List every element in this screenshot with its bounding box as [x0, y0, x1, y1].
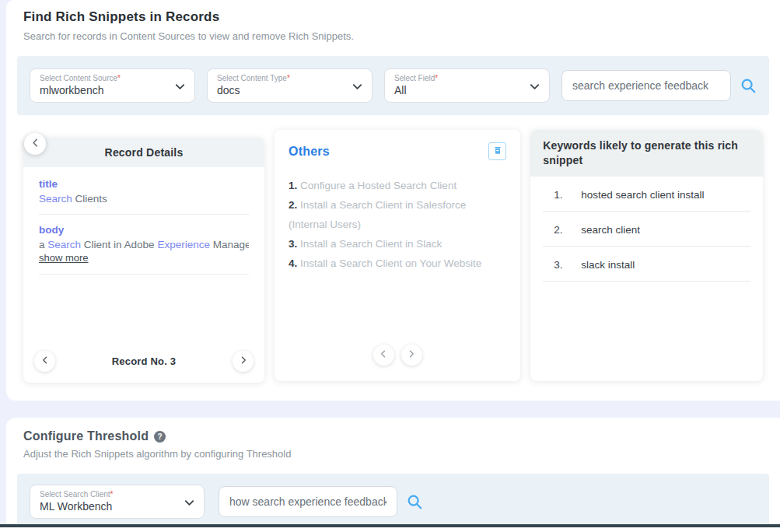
- content-source-select[interactable]: Select Content Source* mlworkbench: [30, 68, 195, 103]
- record-details-body: title Search Clients body a Search Clien…: [23, 167, 264, 351]
- footer-spacer: [0, 527, 780, 532]
- keyword-row: 2.search client: [543, 212, 750, 247]
- others-pagination: [289, 345, 506, 370]
- record-filter-bar: Select Content Source* mlworkbench Selec…: [17, 56, 769, 115]
- chevron-right-icon: [407, 349, 416, 361]
- results-cards-row: Record Details title Search Clients body…: [17, 130, 769, 383]
- chevron-left-icon: [30, 138, 40, 150]
- search-icon[interactable]: [406, 493, 423, 510]
- content-type-value: docs: [217, 84, 345, 96]
- configure-threshold-subtitle: Adjust the Rich Snippets algorithm by co…: [23, 448, 769, 460]
- others-list: 1. Configure a Hosted Search Client 2. I…: [289, 177, 506, 274]
- next-record-button[interactable]: [233, 351, 254, 372]
- search-client-label: Select Search Client*: [40, 490, 177, 499]
- content-source-label: Select Content Source*: [40, 74, 168, 82]
- others-header: Others: [289, 142, 506, 160]
- keywords-title: Keywords likely to generate this rich sn…: [530, 130, 763, 177]
- chevron-down-icon: [352, 81, 363, 93]
- back-button[interactable]: [24, 133, 46, 155]
- field-value-body: a Search Client in Adobe Experience Mana…: [39, 239, 249, 250]
- keyword-row: 3.slack install: [543, 247, 750, 282]
- show-more-link[interactable]: show more: [39, 252, 89, 264]
- record-pagination: Record No. 3: [23, 351, 264, 383]
- record-details-title: Record Details: [23, 138, 264, 167]
- content-source-value: mlworkbench: [40, 84, 168, 96]
- chevron-down-icon: [184, 497, 195, 509]
- keywords-card: Keywords likely to generate this rich sn…: [530, 130, 763, 381]
- search-icon[interactable]: [740, 77, 757, 94]
- required-asterisk: *: [287, 74, 290, 82]
- page-subtitle: Search for records in Content Sources to…: [23, 30, 769, 42]
- delete-button[interactable]: [488, 142, 506, 160]
- trash-icon: [493, 145, 502, 157]
- field-select-label: Select Field*: [394, 74, 523, 82]
- threshold-search-input[interactable]: [219, 486, 397, 517]
- divider: [39, 214, 249, 215]
- field-select-value: All: [394, 84, 523, 96]
- keywords-list: 1.hosted search client install 2.search …: [530, 177, 763, 282]
- required-asterisk: *: [110, 490, 114, 499]
- others-card: Others 1. Configure a Hosted Search Clie…: [275, 130, 520, 381]
- threshold-filter-bar: Select Search Client* ML Workbench: [17, 474, 769, 524]
- content-type-label: Select Content Type*: [217, 74, 345, 82]
- help-icon[interactable]: ?: [154, 431, 166, 443]
- list-item[interactable]: 4. Install a Search Client on Your Websi…: [289, 254, 506, 274]
- field-value-title: Search Clients: [39, 193, 249, 205]
- search-client-select[interactable]: Select Search Client* ML Workbench: [30, 485, 205, 519]
- list-item[interactable]: 3. Install a Search Client in Slack: [289, 235, 506, 254]
- previous-record-button[interactable]: [34, 351, 55, 372]
- field-label-body: body: [39, 224, 249, 236]
- field-label-title: title: [39, 178, 249, 190]
- record-search-group: [561, 70, 757, 101]
- required-asterisk: *: [435, 74, 438, 82]
- list-item[interactable]: 2. Install a Search Client in Salesforce…: [289, 196, 506, 235]
- keyword-row: 1.hosted search client install: [543, 177, 750, 212]
- others-next-button[interactable]: [401, 345, 422, 366]
- find-rich-snippets-section: Find Rich Snippets in Records Search for…: [6, 0, 780, 401]
- record-details-card: Record Details title Search Clients body…: [23, 138, 264, 383]
- divider: [39, 274, 249, 275]
- content-type-select[interactable]: Select Content Type* docs: [207, 68, 373, 103]
- configure-threshold-title: Configure Threshold ?: [23, 429, 769, 443]
- chevron-left-icon: [40, 355, 50, 367]
- record-search-input[interactable]: [561, 70, 731, 101]
- threshold-search-group: [219, 486, 423, 517]
- others-prev-button[interactable]: [373, 345, 394, 366]
- others-title: Others: [289, 145, 330, 159]
- list-item[interactable]: 1. Configure a Hosted Search Client: [289, 177, 506, 196]
- chevron-down-icon: [174, 81, 186, 93]
- required-asterisk: *: [117, 74, 121, 82]
- field-select[interactable]: Select Field* All: [384, 68, 550, 103]
- search-client-value: ML Workbench: [40, 500, 177, 513]
- page-title: Find Rich Snippets in Records: [23, 9, 769, 25]
- chevron-left-icon: [379, 349, 388, 361]
- configure-threshold-section: Configure Threshold ? Adjust the Rich Sn…: [6, 418, 780, 524]
- chevron-right-icon: [239, 355, 248, 367]
- record-number-label: Record No. 3: [112, 355, 177, 367]
- chevron-down-icon: [529, 81, 540, 93]
